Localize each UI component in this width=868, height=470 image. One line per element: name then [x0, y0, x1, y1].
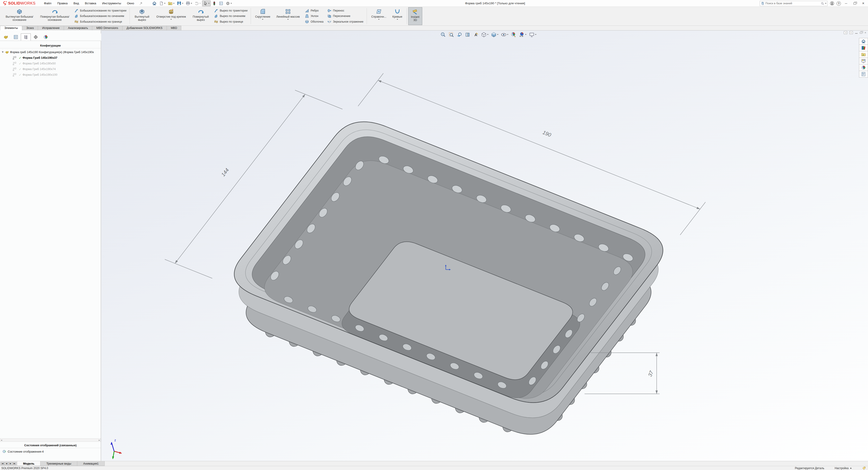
- hole-wizard-button[interactable]: Отверстие под крепеж: [153, 7, 189, 25]
- mirror-button[interactable]: Зеркальное отражение: [327, 19, 364, 24]
- pin-menu-icon[interactable]: [139, 2, 143, 5]
- first-tab-button[interactable]: |◀: [0, 462, 4, 466]
- graphics-viewport[interactable]: 19014437z ◂ ▸ ×: [101, 30, 868, 461]
- doc-restore-button[interactable]: [860, 32, 862, 34]
- dropdown-caret-icon[interactable]: [164, 3, 165, 4]
- configuration-row[interactable]: ✓ Форма Гриб 145x190x100: [0, 72, 101, 77]
- search-icon[interactable]: [821, 2, 824, 5]
- rebuild-button[interactable]: [211, 0, 217, 6]
- linear-pattern-button[interactable]: Линейный массив: [273, 7, 303, 25]
- draft-button[interactable]: Уклон: [305, 13, 323, 19]
- model-tab[interactable]: Модель: [17, 461, 40, 466]
- home-button[interactable]: [151, 0, 158, 6]
- taskpane-custom-properties-tab[interactable]: [859, 71, 868, 77]
- taskpane-appearances-tab[interactable]: [859, 64, 868, 71]
- revolved-boss-button[interactable]: Повернутая бобышка/основание: [37, 7, 72, 25]
- shell-button[interactable]: Оболочка: [305, 19, 323, 24]
- dimxpertmanager-tab[interactable]: [31, 33, 41, 41]
- tab-solidworks-addins[interactable]: Добавления SOLIDWORKS: [122, 26, 167, 30]
- view-settings-button[interactable]: [528, 31, 537, 38]
- tab-features[interactable]: Элементы: [0, 26, 22, 30]
- menu-window[interactable]: Окно: [124, 0, 137, 6]
- dropdown-caret-icon[interactable]: [525, 34, 526, 35]
- close-button[interactable]: ×: [860, 0, 867, 6]
- reference-geometry-button[interactable]: Справочн...: [368, 7, 390, 25]
- taskpane-home-tab[interactable]: [859, 38, 868, 45]
- dropdown-caret-icon[interactable]: [397, 19, 398, 20]
- search-dropdown-caret-icon[interactable]: [825, 3, 827, 4]
- tab-repair[interactable]: Исправление: [38, 26, 64, 30]
- featuremanager-design-tree-tab[interactable]: [1, 33, 11, 41]
- next-window-button[interactable]: ▸: [849, 31, 853, 34]
- viewport-canvas[interactable]: 19014437z: [101, 31, 868, 461]
- scroll-right-icon[interactable]: ▸: [99, 439, 100, 441]
- previous-window-button[interactable]: ◂: [844, 31, 847, 34]
- intersect-button[interactable]: Пересечение: [327, 13, 364, 19]
- swept-cut-button[interactable]: Вырез по траектории: [214, 8, 248, 13]
- menu-tools[interactable]: Инструменты: [99, 0, 124, 6]
- tab-mbd[interactable]: MBD: [166, 26, 182, 30]
- tab-sketch[interactable]: Эскиз: [22, 26, 38, 30]
- revolved-cut-button[interactable]: Повернутый вырез: [189, 7, 212, 25]
- restore-button[interactable]: [851, 0, 858, 6]
- doc-close-button[interactable]: ×: [864, 31, 866, 34]
- help-icon[interactable]: ?: [837, 1, 841, 6]
- dimension-190[interactable]: 190: [542, 129, 552, 138]
- lofted-cut-button[interactable]: Вырез по сечениям: [214, 13, 248, 19]
- configuration-row[interactable]: ✓ Форма Гриб 145x190x50: [0, 61, 101, 66]
- options-gear-button[interactable]: [225, 0, 233, 6]
- minimize-button[interactable]: ─: [843, 0, 849, 6]
- search-input[interactable]: [765, 2, 820, 5]
- hide-show-annotations-button[interactable]: [472, 31, 479, 38]
- dropdown-caret-icon[interactable]: [287, 19, 289, 20]
- menu-file[interactable]: Файл: [41, 0, 54, 6]
- hide-show-items-button[interactable]: [500, 31, 509, 38]
- animation-tab[interactable]: Анимация1: [77, 461, 105, 466]
- apply-scene-button[interactable]: [519, 31, 527, 38]
- dropdown-caret-icon[interactable]: [487, 34, 489, 35]
- zoom-to-fit-button[interactable]: [440, 31, 446, 38]
- file-properties-button[interactable]: [218, 0, 224, 6]
- tab-evaluate[interactable]: Анализировать: [64, 26, 92, 30]
- boundary-boss-button[interactable]: Бобышка/основание на границе: [74, 19, 126, 24]
- undo-button[interactable]: [193, 0, 202, 6]
- menu-view[interactable]: Вид: [70, 0, 82, 6]
- dimension-37[interactable]: 37: [647, 370, 655, 378]
- rib-button[interactable]: Ребро: [305, 8, 323, 13]
- zoom-to-area-button[interactable]: [448, 31, 455, 38]
- edit-appearance-button[interactable]: [510, 31, 517, 38]
- print-button[interactable]: [185, 0, 193, 6]
- swept-boss-button[interactable]: Бобышка/основание по траектории: [74, 8, 126, 13]
- displaymanager-tab[interactable]: [41, 33, 51, 41]
- display-state-row[interactable]: Состояние отображения-4: [2, 449, 99, 454]
- dropdown-caret-icon[interactable]: [262, 19, 264, 20]
- display-style-button[interactable]: [491, 31, 499, 38]
- dropdown-caret-icon[interactable]: [199, 3, 201, 4]
- dropdown-caret-icon[interactable]: [378, 19, 379, 20]
- panel-horizontal-scrollbar[interactable]: ◂ ▸: [0, 438, 101, 442]
- fillet-button[interactable]: Скругление: [252, 7, 273, 25]
- dropdown-caret-icon[interactable]: [497, 34, 498, 35]
- move-button[interactable]: Перенос: [327, 8, 364, 13]
- tab-mbd-dimensions[interactable]: MBD Dimensions: [92, 26, 123, 30]
- curves-button[interactable]: Кривые: [390, 7, 405, 25]
- account-icon[interactable]: [829, 1, 835, 6]
- dropdown-caret-icon[interactable]: [230, 3, 232, 4]
- instant3d-button[interactable]: Instant 3D: [408, 7, 422, 25]
- scroll-left-icon[interactable]: ◂: [1, 439, 2, 441]
- search-box[interactable]: [760, 1, 828, 6]
- status-settings-button[interactable]: Настройка: [835, 467, 852, 470]
- dropdown-caret-icon[interactable]: [208, 3, 210, 4]
- save-button[interactable]: [176, 0, 184, 6]
- dropdown-caret-icon[interactable]: [170, 19, 172, 20]
- extruded-boss-button[interactable]: Вытянутая бобышка/основание: [2, 7, 37, 25]
- taskpane-file-explorer-tab[interactable]: [859, 51, 868, 58]
- last-tab-button[interactable]: ▶|: [13, 462, 17, 466]
- taskpane-design-library-tab[interactable]: [859, 44, 868, 51]
- configuration-row[interactable]: ✓ Форма Гриб 145x190x37: [0, 55, 101, 61]
- menu-insert[interactable]: Вставка: [82, 0, 99, 6]
- next-tab-button[interactable]: ▶: [8, 462, 12, 466]
- menu-edit[interactable]: Правка: [54, 0, 70, 6]
- view-orientation-button[interactable]: [480, 31, 489, 38]
- boundary-cut-button[interactable]: Вырез по границе: [214, 19, 248, 24]
